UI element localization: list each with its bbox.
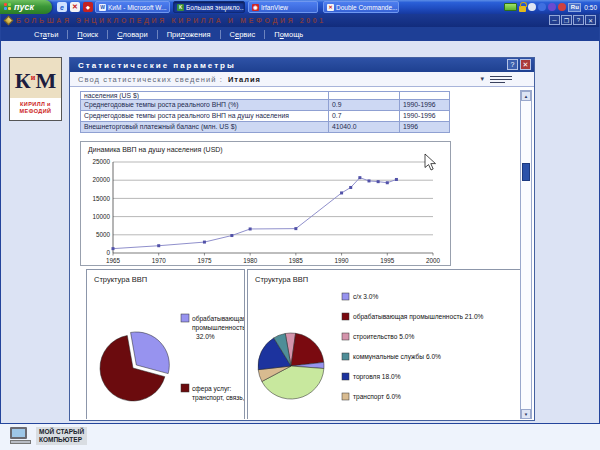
app-icon bbox=[4, 16, 14, 26]
chevron-down-icon[interactable]: ▾ bbox=[480, 75, 484, 83]
power-meter-icon[interactable] bbox=[504, 3, 517, 11]
gdp-line-chart: 0500010000150002000025000196519701975198… bbox=[80, 141, 451, 266]
mouse-cursor bbox=[425, 154, 436, 170]
my-computer-icon[interactable]: МОЙ СТАРЫЙ КОМПЬЮТЕР bbox=[10, 427, 87, 445]
start-button[interactable]: пуск bbox=[0, 0, 52, 14]
gdp-line-chart-svg: 0500010000150002000025000196519701975198… bbox=[81, 142, 452, 267]
menu-articles[interactable]: Статьи bbox=[25, 30, 67, 39]
screen: пуск KиM - Microsoft W... Большая энцикл… bbox=[0, 0, 600, 450]
table-row[interactable]: Среднегодовые темпы роста реального ВНП … bbox=[81, 100, 449, 111]
vertical-scrollbar[interactable]: ▲ ▼ bbox=[520, 90, 532, 419]
line-chart-title: Динамика ВВП на душу населения (USD) bbox=[88, 146, 223, 153]
taskbar-button-label: IrfanView bbox=[261, 4, 288, 11]
km-caption: КИРИЛЛ и МЕФОДИЙ bbox=[10, 98, 61, 115]
svg-text:сфера услуг:: сфера услуг: bbox=[192, 385, 232, 393]
taskbar-button-label: KиM - Microsoft W... bbox=[108, 4, 167, 11]
menu-lines-icon[interactable] bbox=[490, 76, 512, 83]
taskbar-button-label: Большая энцикло... bbox=[186, 4, 245, 11]
menu-help[interactable]: Помощь bbox=[265, 30, 312, 39]
statistics-panel: Статистические параметры ? ✕ Свод статис… bbox=[69, 57, 535, 421]
svg-text:транспорт 6.0%: транспорт 6.0% bbox=[353, 393, 401, 401]
pie-1-title: Структура ВВП bbox=[94, 275, 147, 284]
svg-text:1970: 1970 bbox=[152, 257, 167, 264]
taskbar-button-label: Double Commande... bbox=[336, 4, 397, 11]
scroll-down-icon[interactable]: ▼ bbox=[521, 409, 531, 419]
svg-text:15000: 15000 bbox=[92, 195, 110, 202]
internet-explorer-icon[interactable] bbox=[57, 2, 67, 12]
subtitle-prefix: Свод статистических сведений : bbox=[78, 75, 223, 84]
table-row[interactable]: Среднегодовые темпы роста реального ВНП … bbox=[81, 111, 449, 122]
double-commander-icon[interactable] bbox=[70, 2, 80, 12]
menu-separator bbox=[107, 30, 108, 39]
minimize-icon[interactable]: ─ bbox=[549, 15, 560, 25]
update-icon[interactable] bbox=[528, 3, 536, 11]
table-cell-name: Внешнеторговый платежный баланс (млн. US… bbox=[81, 122, 329, 133]
panel-close-icon[interactable]: ✕ bbox=[520, 59, 531, 70]
pie-2-title: Структура ВВП bbox=[255, 275, 308, 284]
tray-clock[interactable]: 0:50 bbox=[583, 4, 597, 11]
menu-applications[interactable]: Приложения bbox=[158, 30, 220, 39]
svg-text:1995: 1995 bbox=[380, 257, 395, 264]
svg-text:20000: 20000 bbox=[92, 176, 110, 183]
taskbar-button-irfanview[interactable]: IrfanView bbox=[248, 1, 318, 13]
language-indicator[interactable]: Ru bbox=[568, 3, 581, 12]
network-icon[interactable] bbox=[538, 3, 546, 11]
svg-text:1990: 1990 bbox=[335, 257, 350, 264]
irfanview-icon[interactable] bbox=[83, 2, 93, 12]
table-cell-years: 1990-1996 bbox=[400, 100, 449, 111]
table-cell-value: 41040.0 bbox=[329, 122, 400, 133]
table-cell-name: Среднегодовые темпы роста реального ВНП … bbox=[81, 111, 329, 122]
windows-flag-icon bbox=[4, 3, 12, 11]
panel-help-icon[interactable]: ? bbox=[507, 59, 518, 70]
subtitle-country: Италия bbox=[228, 75, 261, 84]
taskbar-button-encyclopedia[interactable]: Большая энцикло... bbox=[173, 1, 245, 13]
volume-icon[interactable] bbox=[558, 3, 566, 11]
scroll-up-icon[interactable]: ▲ bbox=[521, 91, 531, 101]
double-commander-task-icon bbox=[327, 4, 334, 11]
statistics-table: населения (US $) Среднегодовые темпы рос… bbox=[80, 91, 450, 133]
svg-text:10000: 10000 bbox=[92, 213, 110, 220]
svg-text:промышленность: промышленность bbox=[192, 324, 245, 332]
table-cell-years bbox=[400, 92, 449, 100]
svg-text:с/х 3.0%: с/х 3.0% bbox=[353, 293, 378, 300]
table-cell-value: 0.9 bbox=[329, 100, 400, 111]
menu-separator bbox=[264, 30, 265, 39]
app-title: БОЛЬШАЯ ЭНЦИКЛОПЕДИЯ КИРИЛЛА И МЕФОДИЯ 2… bbox=[16, 17, 326, 24]
encyclopedia-icon bbox=[177, 4, 184, 11]
svg-text:25000: 25000 bbox=[92, 158, 110, 165]
menu-search[interactable]: Поиск bbox=[68, 30, 107, 39]
app-titlebar[interactable]: БОЛЬШАЯ ЭНЦИКЛОПЕДИЯ КИРИЛЛА И МЕФОДИЯ 2… bbox=[1, 14, 599, 27]
table-row[interactable]: населения (US $) bbox=[81, 92, 449, 100]
svg-text:коммунальные службы 6.0%: коммунальные службы 6.0% bbox=[353, 353, 441, 361]
svg-text:32.0%: 32.0% bbox=[196, 333, 215, 340]
help-icon[interactable]: ? bbox=[573, 15, 584, 25]
panel-subtitle-bar: Свод статистических сведений : Италия ▾ bbox=[70, 72, 534, 87]
table-row[interactable]: Внешнеторговый платежный баланс (млн. US… bbox=[81, 122, 449, 133]
menubar: Статьи Поиск Словари Приложения Сервис П… bbox=[1, 27, 599, 41]
panel-titlebar[interactable]: Статистические параметры ? ✕ bbox=[70, 58, 534, 72]
close-icon[interactable]: ✕ bbox=[585, 15, 596, 25]
svg-text:0: 0 bbox=[106, 249, 110, 256]
menu-service[interactable]: Сервис bbox=[221, 30, 265, 39]
computer-icon bbox=[10, 427, 32, 444]
table-cell-value: 0.7 bbox=[329, 111, 400, 122]
start-button-label: пуск bbox=[14, 2, 34, 12]
scrollbar-thumb[interactable] bbox=[522, 163, 530, 181]
svg-text:5000: 5000 bbox=[96, 231, 111, 238]
pie-1-svg: обрабатывающаяпромышленность32.0%сфера у… bbox=[87, 270, 245, 419]
table-cell-value bbox=[329, 92, 400, 100]
menu-dictionaries[interactable]: Словари bbox=[108, 30, 157, 39]
lock-icon[interactable] bbox=[519, 6, 526, 12]
taskbar-button-word[interactable]: KиM - Microsoft W... bbox=[95, 1, 170, 13]
panel-title: Статистические параметры bbox=[78, 61, 236, 70]
messenger-icon[interactable] bbox=[548, 3, 556, 11]
taskbar-button-double-commander[interactable]: Double Commande... bbox=[323, 1, 399, 13]
svg-text:обрабатывающая промышленность: обрабатывающая промышленность 21.0% bbox=[353, 313, 484, 321]
taskbar: пуск KиM - Microsoft W... Большая энцикл… bbox=[0, 0, 600, 14]
table-cell-years: 1990-1996 bbox=[400, 111, 449, 122]
restore-icon[interactable]: ❐ bbox=[561, 15, 572, 25]
menu-separator bbox=[67, 30, 68, 39]
my-computer-label: МОЙ СТАРЫЙ КОМПЬЮТЕР bbox=[36, 427, 87, 445]
menu-separator bbox=[220, 30, 221, 39]
svg-text:1965: 1965 bbox=[106, 257, 121, 264]
